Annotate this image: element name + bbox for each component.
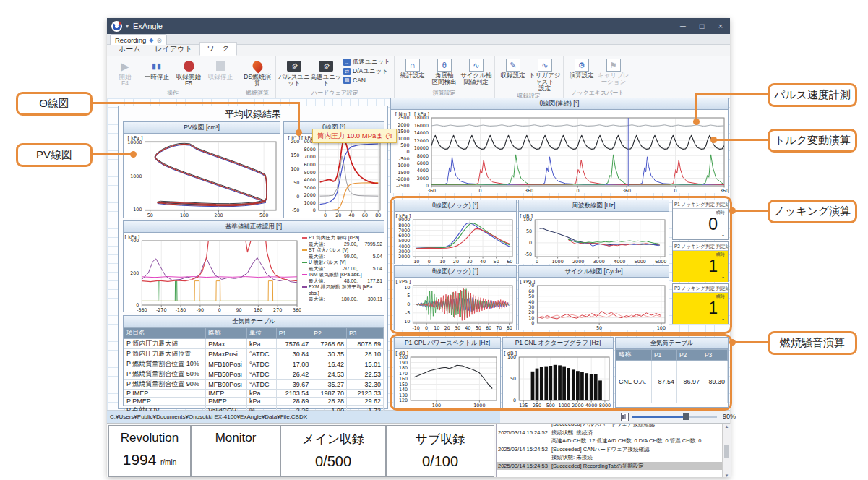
ribbon-stack-item[interactable]: ⇄D/Aユニット (343, 67, 390, 76)
cpl-spectrum-chart[interactable]: [ dB ]2001901801701601501401301201001000 (395, 349, 500, 408)
callout-pulse-line (697, 93, 768, 95)
svg-text:150: 150 (291, 153, 299, 158)
svg-text:1500: 1500 (398, 129, 409, 134)
main-record-label: メイン収録 (281, 431, 385, 447)
log-scrollbar-thumb[interactable] (724, 445, 729, 458)
svg-text:20: 20 (453, 259, 459, 265)
svg-text:4000: 4000 (585, 403, 597, 408)
table-row: P 燃焼質量割合位置 90%MFB90Posi°ATDC39.6735.2732… (124, 380, 384, 390)
svg-text:60: 60 (486, 325, 491, 331)
svg-text:100: 100 (507, 354, 516, 360)
monitor-cell: Monitor (191, 425, 280, 477)
svg-text:5000: 5000 (304, 170, 316, 176)
svg-text:-500: -500 (399, 156, 410, 162)
callout-torque-line (716, 139, 768, 141)
ribbon-button[interactable]: ∿サイクル軸 閾値判定 (460, 58, 492, 85)
svg-text:12000: 12000 (414, 138, 429, 144)
theta-diagram-chart[interactable]: [ J/° ]200150100500-50[ kPa ]90008000700… (284, 134, 384, 218)
svg-text:120: 120 (399, 398, 408, 403)
svg-text:40: 40 (465, 325, 470, 331)
ribbon-group-label: ハードウェア設定 (278, 89, 392, 98)
minimize-button[interactable]: ─ (674, 18, 692, 34)
svg-text:-2500: -2500 (396, 183, 410, 189)
ribbon-stack-item[interactable]: ▤CAN (343, 77, 390, 84)
log-scrollbar[interactable]: ▲ ▼ (722, 424, 731, 477)
menu-tab-ホーム[interactable]: ホーム (111, 43, 147, 56)
play-icon: ▶ (117, 59, 133, 73)
zoom-percent: 90% (723, 411, 736, 423)
titlebar-caret-icon[interactable]: ▾ (126, 23, 129, 30)
scroll-up-icon[interactable]: ▲ (725, 424, 729, 429)
trigger-adjust-icon: ∿ (538, 59, 552, 72)
revolution-value: 1994 (123, 451, 157, 468)
baseline-check-chart[interactable]: [ kPa ]4002000-360-270-180-9009018027036… (124, 233, 301, 312)
knock-result-p3-title: P3 ノッキング判定 判定結果 (673, 284, 728, 293)
callout-pv-line (93, 153, 132, 155)
ribbon-button[interactable]: ∩統計設定 (397, 58, 429, 79)
svg-text:3000: 3000 (304, 185, 316, 191)
svg-text:-50: -50 (292, 207, 299, 213)
svg-text:8000: 8000 (599, 403, 611, 408)
pv-diagram-chart[interactable]: [ kPa ]10000100010050100200500 (124, 134, 280, 218)
callout-pulse-speed: パルス速度計測 (768, 83, 857, 107)
ribbon-button[interactable]: ⚙高速ユニット (310, 58, 342, 87)
menu-tab-ワーク[interactable]: ワーク (199, 42, 237, 56)
cnl-table-panel: 全気筒テーブル 略称P1P2P3CNL O.A.87.5486.9789.30 (615, 337, 729, 408)
svg-text:-1000: -1000 (396, 163, 410, 168)
svg-text:100: 100 (657, 325, 666, 331)
knock-theta-chart[interactable]: [ kPa ]90008000700060005000400030002000-… (395, 212, 516, 264)
knock-result-p2-value: 1 (708, 257, 718, 276)
ribbon-button[interactable]: ▮▮一時停止 (141, 58, 173, 80)
ribbon-button[interactable]: θ角度軸 区間検出 (429, 58, 460, 85)
maximize-button[interactable]: □ (692, 18, 711, 34)
ribbon-button[interactable]: 収録開始 F5 (173, 58, 205, 87)
record-icon (181, 59, 197, 73)
file-path: C:¥Users¥Public¥Documents¥Onosokki EX-41… (107, 411, 500, 423)
knock-filtered-chart[interactable]: [ kPa ]1050-5-10-1001020304050607080 (395, 278, 516, 330)
svg-text:100: 100 (180, 213, 189, 218)
ribbon-group-4: ✎収録設定∿トリガアジャスト 設定収録設定 (495, 56, 564, 98)
frequency-diagram-chart[interactable]: [ dB ]100500-500100020003000400050006000 (519, 212, 669, 264)
table-row: P 筒内圧力最大値位置PMaxPosi°ATDC30.8430.3528.10 (124, 349, 384, 359)
ribbon-stack-item[interactable]: →低速ユニット (343, 58, 390, 67)
zoom-slider-area: 90% (500, 411, 730, 423)
zoom-slider[interactable] (632, 416, 717, 418)
ribbon-button[interactable]: ∿トリガアジャスト 設定 (529, 58, 561, 92)
svg-text:14000: 14000 (414, 130, 429, 136)
svg-text:0: 0 (218, 307, 221, 313)
knock-result-p2: P2 ノッキング判定 判定結果 瞬時 1 - (672, 241, 729, 282)
svg-text:0: 0 (425, 325, 428, 331)
knock-result-p1: P1 ノッキング判定 判定結果 瞬時 0 - (672, 200, 729, 240)
close-button[interactable]: × (711, 18, 730, 34)
zoom-slider-handle[interactable] (683, 413, 689, 420)
svg-text:360: 360 (525, 188, 533, 194)
callout-knocking-line (734, 210, 768, 212)
ribbon-button[interactable]: ✎収録設定 (497, 58, 529, 79)
cpl-spectrum-title: P1 CPL パワースペクトル [Hz] (395, 338, 500, 349)
da-unit-icon: ⇄ (343, 68, 351, 75)
ribbon-button[interactable]: ⚙演算設定 (566, 58, 598, 79)
svg-text:0: 0 (536, 259, 538, 265)
svg-text:0: 0 (428, 259, 431, 265)
theta-continuous-chart[interactable]: [ Nm ]25002000150010005000-500-1000-1500… (391, 110, 728, 193)
recording-tab-close-icon[interactable]: ⊗ (156, 37, 162, 44)
svg-text:40: 40 (349, 213, 355, 218)
main-record-value: 0/500 (281, 453, 385, 470)
scroll-down-icon[interactable]: ▼ (725, 473, 729, 477)
frequency-diagram-title: 周波数線図 [Hz] (519, 200, 669, 212)
menu-tab-レイアウト[interactable]: レイアウト (147, 43, 199, 56)
svg-text:30: 30 (455, 325, 460, 331)
svg-text:0: 0 (531, 320, 534, 326)
octave-graph-chart[interactable]: [ dB ]1005001252505001000200040008000 (503, 349, 613, 408)
table-row: P 筒内圧力最大値PMaxkPa7576.477268.688078.69 (124, 339, 384, 349)
lowspeed-unit-icon: → (343, 59, 351, 66)
table-row: P IMEPIMEPkPa2103.541987.702123.33 (124, 390, 384, 398)
ribbon-button[interactable]: DS燃焼演算 (241, 58, 273, 87)
ribbon-button[interactable]: ⚙パルスユニット (278, 58, 310, 87)
cycle-diagram-chart[interactable]: [ kPa ]70605040302010050100 (519, 278, 669, 330)
ribbon-group-label: 演算設定 (397, 89, 492, 98)
status-bar: C:¥Users¥Public¥Documents¥Onosokki EX-41… (107, 411, 730, 423)
callout-knocking-dot (729, 207, 736, 214)
svg-text:1000: 1000 (558, 403, 570, 408)
svg-text:-2000: -2000 (396, 176, 410, 182)
